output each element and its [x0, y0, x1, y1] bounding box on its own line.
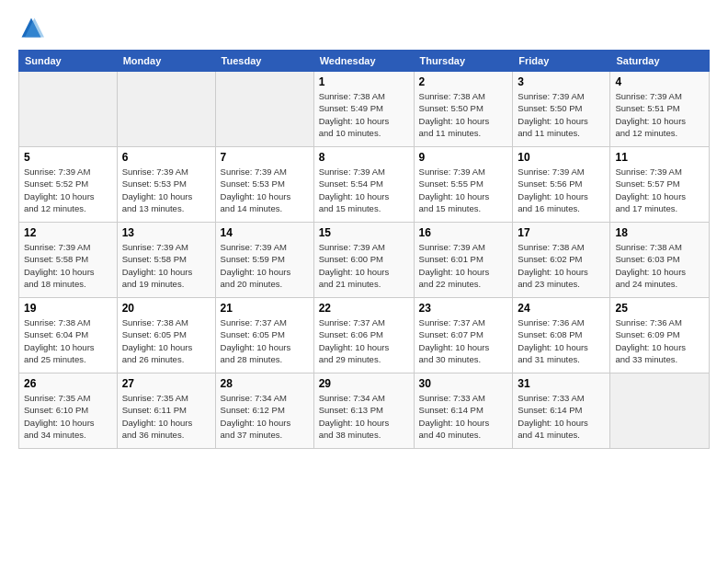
page: SundayMondayTuesdayWednesdayThursdayFrid… [0, 0, 728, 563]
day-number: 28 [221, 377, 309, 390]
day-info: Sunrise: 7:39 AM Sunset: 5:54 PM Dayligh… [319, 166, 409, 214]
day-number: 3 [518, 75, 605, 88]
day-number: 17 [518, 226, 605, 239]
day-number: 12 [24, 226, 112, 239]
day-info: Sunrise: 7:37 AM Sunset: 6:07 PM Dayligh… [419, 316, 508, 365]
calendar-cell: 31Sunrise: 7:33 AM Sunset: 6:14 PM Dayli… [513, 373, 610, 449]
day-info: Sunrise: 7:39 AM Sunset: 5:58 PM Dayligh… [24, 241, 112, 290]
day-number: 26 [24, 377, 112, 390]
day-number: 30 [419, 377, 508, 390]
calendar-cell: 29Sunrise: 7:34 AM Sunset: 6:13 PM Dayli… [313, 373, 414, 449]
day-number: 9 [419, 151, 508, 164]
day-number: 16 [419, 226, 508, 239]
day-info: Sunrise: 7:39 AM Sunset: 5:58 PM Dayligh… [122, 241, 210, 290]
day-number: 1 [319, 75, 409, 88]
calendar-cell: 14Sunrise: 7:39 AM Sunset: 5:59 PM Dayli… [215, 223, 313, 298]
day-number: 15 [319, 226, 409, 239]
weekday-header-cell: Friday [513, 51, 610, 72]
calendar-table: SundayMondayTuesdayWednesdayThursdayFrid… [18, 50, 710, 449]
day-info: Sunrise: 7:36 AM Sunset: 6:09 PM Dayligh… [615, 316, 704, 365]
calendar-cell: 24Sunrise: 7:36 AM Sunset: 6:08 PM Dayli… [513, 298, 610, 373]
day-number: 11 [615, 151, 704, 164]
calendar-body: 1Sunrise: 7:38 AM Sunset: 5:49 PM Daylig… [19, 72, 710, 449]
day-number: 13 [122, 226, 210, 239]
day-info: Sunrise: 7:35 AM Sunset: 6:10 PM Dayligh… [24, 392, 112, 441]
calendar-cell: 6Sunrise: 7:39 AM Sunset: 5:53 PM Daylig… [117, 147, 215, 223]
calendar-cell: 8Sunrise: 7:39 AM Sunset: 5:54 PM Daylig… [313, 147, 414, 223]
day-info: Sunrise: 7:39 AM Sunset: 5:50 PM Dayligh… [518, 90, 605, 139]
day-info: Sunrise: 7:34 AM Sunset: 6:12 PM Dayligh… [221, 392, 309, 441]
calendar-cell: 19Sunrise: 7:38 AM Sunset: 6:04 PM Dayli… [19, 298, 118, 373]
day-number: 5 [24, 151, 112, 164]
calendar-cell: 18Sunrise: 7:38 AM Sunset: 6:03 PM Dayli… [610, 223, 710, 298]
calendar-cell: 15Sunrise: 7:39 AM Sunset: 6:00 PM Dayli… [313, 223, 414, 298]
calendar-week-row: 26Sunrise: 7:35 AM Sunset: 6:10 PM Dayli… [19, 373, 710, 449]
calendar-cell: 3Sunrise: 7:39 AM Sunset: 5:50 PM Daylig… [513, 72, 610, 147]
calendar-week-row: 12Sunrise: 7:39 AM Sunset: 5:58 PM Dayli… [19, 223, 710, 298]
weekday-header-cell: Wednesday [313, 51, 414, 72]
day-number: 24 [518, 302, 605, 315]
calendar-cell: 27Sunrise: 7:35 AM Sunset: 6:11 PM Dayli… [117, 373, 215, 449]
day-info: Sunrise: 7:33 AM Sunset: 6:14 PM Dayligh… [518, 392, 605, 441]
day-info: Sunrise: 7:33 AM Sunset: 6:14 PM Dayligh… [419, 392, 508, 441]
calendar-cell: 21Sunrise: 7:37 AM Sunset: 6:05 PM Dayli… [215, 298, 313, 373]
calendar-week-row: 19Sunrise: 7:38 AM Sunset: 6:04 PM Dayli… [19, 298, 710, 373]
day-number: 22 [319, 302, 409, 315]
day-info: Sunrise: 7:39 AM Sunset: 5:53 PM Dayligh… [221, 166, 309, 214]
calendar-cell: 17Sunrise: 7:38 AM Sunset: 6:02 PM Dayli… [513, 223, 610, 298]
logo-icon [18, 15, 44, 40]
day-info: Sunrise: 7:35 AM Sunset: 6:11 PM Dayligh… [122, 392, 210, 441]
calendar-cell: 26Sunrise: 7:35 AM Sunset: 6:10 PM Dayli… [19, 373, 118, 449]
calendar-cell: 2Sunrise: 7:38 AM Sunset: 5:50 PM Daylig… [414, 72, 513, 147]
day-info: Sunrise: 7:38 AM Sunset: 6:04 PM Dayligh… [24, 316, 112, 365]
calendar-week-row: 1Sunrise: 7:38 AM Sunset: 5:49 PM Daylig… [19, 72, 710, 147]
calendar-cell: 25Sunrise: 7:36 AM Sunset: 6:09 PM Dayli… [610, 298, 710, 373]
calendar-cell: 30Sunrise: 7:33 AM Sunset: 6:14 PM Dayli… [414, 373, 513, 449]
day-info: Sunrise: 7:39 AM Sunset: 6:00 PM Dayligh… [319, 241, 409, 290]
day-number: 19 [24, 302, 112, 315]
logo [18, 15, 46, 40]
weekday-header-cell: Monday [117, 51, 215, 72]
calendar-cell: 13Sunrise: 7:39 AM Sunset: 5:58 PM Dayli… [117, 223, 215, 298]
day-info: Sunrise: 7:37 AM Sunset: 6:05 PM Dayligh… [221, 316, 309, 365]
weekday-header-row: SundayMondayTuesdayWednesdayThursdayFrid… [19, 51, 710, 72]
day-info: Sunrise: 7:39 AM Sunset: 5:56 PM Dayligh… [518, 166, 605, 214]
day-number: 2 [419, 75, 508, 88]
day-number: 10 [518, 151, 605, 164]
calendar-cell [117, 72, 215, 147]
day-number: 27 [122, 377, 210, 390]
calendar-cell: 22Sunrise: 7:37 AM Sunset: 6:06 PM Dayli… [313, 298, 414, 373]
calendar-cell: 28Sunrise: 7:34 AM Sunset: 6:12 PM Dayli… [215, 373, 313, 449]
calendar-week-row: 5Sunrise: 7:39 AM Sunset: 5:52 PM Daylig… [19, 147, 710, 223]
day-number: 23 [419, 302, 508, 315]
day-info: Sunrise: 7:38 AM Sunset: 6:03 PM Dayligh… [615, 241, 704, 290]
day-number: 7 [221, 151, 309, 164]
calendar-cell: 23Sunrise: 7:37 AM Sunset: 6:07 PM Dayli… [414, 298, 513, 373]
calendar-cell: 12Sunrise: 7:39 AM Sunset: 5:58 PM Dayli… [19, 223, 118, 298]
calendar-cell: 1Sunrise: 7:38 AM Sunset: 5:49 PM Daylig… [313, 72, 414, 147]
day-number: 29 [319, 377, 409, 390]
header [18, 15, 710, 40]
day-number: 25 [615, 302, 704, 315]
day-info: Sunrise: 7:37 AM Sunset: 6:06 PM Dayligh… [319, 316, 409, 365]
day-info: Sunrise: 7:38 AM Sunset: 6:02 PM Dayligh… [518, 241, 605, 290]
day-number: 20 [122, 302, 210, 315]
weekday-header-cell: Thursday [414, 51, 513, 72]
calendar-cell [610, 373, 710, 449]
day-info: Sunrise: 7:36 AM Sunset: 6:08 PM Dayligh… [518, 316, 605, 365]
day-info: Sunrise: 7:38 AM Sunset: 5:50 PM Dayligh… [419, 90, 508, 139]
day-number: 21 [221, 302, 309, 315]
calendar-cell: 11Sunrise: 7:39 AM Sunset: 5:57 PM Dayli… [610, 147, 710, 223]
day-number: 6 [122, 151, 210, 164]
weekday-header-cell: Tuesday [215, 51, 313, 72]
day-number: 8 [319, 151, 409, 164]
day-number: 18 [615, 226, 704, 239]
calendar-cell: 9Sunrise: 7:39 AM Sunset: 5:55 PM Daylig… [414, 147, 513, 223]
calendar-cell [19, 72, 118, 147]
day-number: 31 [518, 377, 605, 390]
weekday-header-cell: Saturday [610, 51, 710, 72]
calendar-cell: 16Sunrise: 7:39 AM Sunset: 6:01 PM Dayli… [414, 223, 513, 298]
day-info: Sunrise: 7:38 AM Sunset: 5:49 PM Dayligh… [319, 90, 409, 139]
day-number: 4 [615, 75, 704, 88]
day-info: Sunrise: 7:39 AM Sunset: 5:59 PM Dayligh… [221, 241, 309, 290]
